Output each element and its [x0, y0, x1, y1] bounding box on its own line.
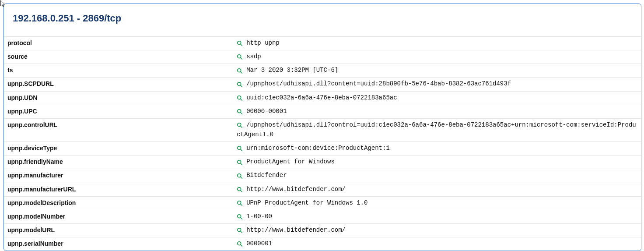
svg-line-25 — [241, 218, 242, 219]
field-value-cell: http://www.bitdefender.com/ — [233, 183, 641, 196]
table-row: upnp.controlURL/upnphost/udhisapi.dll?co… — [4, 118, 641, 141]
search-icon[interactable] — [237, 122, 244, 128]
field-key: upnp.controlURL — [4, 118, 233, 141]
field-value-cell: Bitdefender — [233, 169, 641, 183]
field-value-cell: Mar 3 2020 3:32PM [UTC-6] — [233, 64, 641, 78]
table-row: upnp.serialNumber0000001 — [4, 237, 641, 251]
svg-line-3 — [241, 58, 242, 60]
field-value-cell: http://www.bitdefender.com/ — [233, 223, 641, 237]
svg-line-21 — [241, 191, 242, 192]
field-value: http://www.bitdefender.com/ — [246, 186, 346, 193]
svg-line-17 — [241, 163, 242, 165]
field-key: upnp.modelNumber — [4, 210, 233, 223]
table-row: upnp.deviceTypeurn:microsoft-com:device:… — [4, 142, 641, 156]
field-value-cell: urn:microsoft-com:device:ProductAgent:1 — [233, 142, 641, 156]
kv-table: protocolhttp upnpsourcessdptsMar 3 2020 … — [4, 36, 641, 251]
svg-line-19 — [241, 177, 242, 178]
svg-line-1 — [241, 44, 242, 46]
table-row: upnp.modelDescriptionUPnP ProductAgent f… — [4, 196, 641, 210]
field-value-cell: 00000-00001 — [233, 105, 641, 118]
search-icon[interactable] — [237, 241, 244, 247]
table-row: upnp.manufacturerURLhttp://www.bitdefend… — [4, 183, 641, 196]
svg-line-23 — [241, 204, 242, 206]
search-icon[interactable] — [237, 54, 244, 60]
search-icon[interactable] — [237, 81, 244, 88]
search-icon[interactable] — [237, 40, 244, 46]
field-value: uuid:c1ec032a-6a6a-476e-8eba-0722183a65a… — [246, 94, 397, 101]
field-value: ssdp — [246, 53, 261, 60]
search-icon[interactable] — [237, 200, 244, 206]
field-key: upnp.deviceType — [4, 142, 233, 156]
search-icon[interactable] — [237, 95, 244, 101]
search-icon[interactable] — [237, 109, 244, 115]
field-value-cell: uuid:c1ec032a-6a6a-476e-8eba-0722183a65a… — [233, 91, 641, 105]
svg-line-9 — [241, 99, 242, 101]
field-key: upnp.SCPDURL — [4, 78, 233, 91]
table-row: upnp.UDNuuid:c1ec032a-6a6a-476e-8eba-072… — [4, 91, 641, 105]
field-key: upnp.manufacturerURL — [4, 183, 233, 196]
table-row: upnp.modelURLhttp://www.bitdefender.com/ — [4, 223, 641, 237]
field-value: Bitdefender — [246, 172, 287, 179]
svg-line-13 — [241, 126, 242, 128]
field-key: upnp.modelURL — [4, 223, 233, 237]
table-row: upnp.UPC00000-00001 — [4, 105, 641, 118]
field-value-cell: UPnP ProductAgent for Windows 1.0 — [233, 196, 641, 210]
field-value-cell: /upnphost/udhisapi.dll?content=uuid:28b8… — [233, 78, 641, 91]
field-value: UPnP ProductAgent for Windows 1.0 — [246, 199, 368, 206]
search-icon[interactable] — [237, 68, 244, 74]
search-icon[interactable] — [237, 227, 244, 233]
svg-line-29 — [241, 245, 242, 247]
field-key: upnp.UPC — [4, 105, 233, 118]
search-icon[interactable] — [237, 159, 244, 166]
svg-line-11 — [241, 113, 242, 114]
svg-line-7 — [241, 85, 242, 87]
svg-line-15 — [241, 149, 242, 151]
field-value: 0000001 — [246, 240, 272, 247]
field-key: upnp.serialNumber — [4, 237, 233, 251]
field-value-cell: ProductAgent for Windows — [233, 156, 641, 169]
field-key: ts — [4, 64, 233, 78]
field-value: 1-00-00 — [246, 213, 272, 220]
table-row: upnp.friendlyNameProductAgent for Window… — [4, 156, 641, 169]
field-value-cell: /upnphost/udhisapi.dll?control=uuid:c1ec… — [233, 118, 641, 141]
field-key: source — [4, 50, 233, 64]
field-key: protocol — [4, 37, 233, 50]
field-value: http://www.bitdefender.com/ — [246, 226, 346, 233]
field-value-cell: ssdp — [233, 50, 641, 64]
detail-panel: 192.168.0.251 - 2869/tcp protocolhttp up… — [4, 4, 641, 251]
table-row: tsMar 3 2020 3:32PM [UTC-6] — [4, 64, 641, 78]
field-value-cell: 0000001 — [233, 237, 641, 251]
search-icon[interactable] — [237, 187, 244, 193]
field-value-cell: 1-00-00 — [233, 210, 641, 223]
field-value-cell: http upnp — [233, 37, 641, 50]
field-value: http upnp — [246, 39, 280, 46]
table-row: upnp.modelNumber1-00-00 — [4, 210, 641, 223]
table-row: upnp.SCPDURL/upnphost/udhisapi.dll?conte… — [4, 78, 641, 91]
table-row: upnp.manufacturerBitdefender — [4, 169, 641, 183]
field-value: 00000-00001 — [246, 108, 287, 115]
table-row: sourcessdp — [4, 50, 641, 64]
field-value: Mar 3 2020 3:32PM [UTC-6] — [246, 67, 338, 74]
search-icon[interactable] — [237, 173, 244, 179]
svg-line-5 — [241, 71, 242, 73]
field-key: upnp.modelDescription — [4, 196, 233, 210]
search-icon[interactable] — [237, 214, 244, 220]
field-key: upnp.friendlyName — [4, 156, 233, 169]
field-value: urn:microsoft-com:device:ProductAgent:1 — [246, 145, 390, 152]
field-value: /upnphost/udhisapi.dll?content=uuid:28b8… — [246, 81, 511, 88]
svg-line-27 — [241, 231, 242, 233]
panel-title: 192.168.0.251 - 2869/tcp — [4, 4, 641, 36]
field-value: ProductAgent for Windows — [246, 159, 335, 166]
field-key: upnp.manufacturer — [4, 169, 233, 183]
search-icon[interactable] — [237, 145, 244, 152]
table-row: protocolhttp upnp — [4, 37, 641, 50]
field-value: /upnphost/udhisapi.dll?control=uuid:c1ec… — [237, 121, 636, 138]
field-key: upnp.UDN — [4, 91, 233, 105]
